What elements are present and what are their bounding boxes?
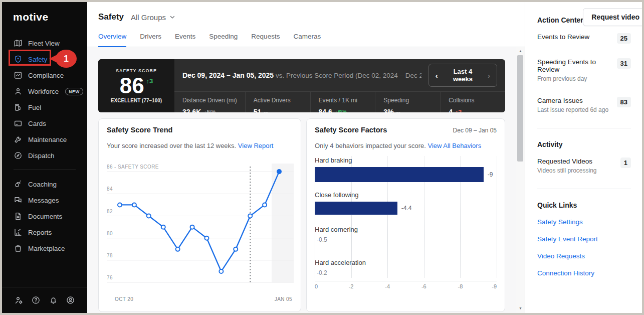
document-icon: [14, 212, 23, 221]
factor-value: -0.2: [315, 269, 497, 277]
nav-divider: [14, 170, 76, 170]
overview-content: SAFETY SCORE 86 ↑3 EXCELLENT (77–100) De…: [87, 47, 516, 313]
help-circle-icon[interactable]: [31, 295, 41, 305]
factors-axis-tick: -9: [492, 283, 497, 289]
compass-icon: [14, 151, 23, 160]
svg-text:OCT 20: OCT 20: [115, 296, 133, 302]
quick-links-list: Safety SettingsSafety Event ReportVideo …: [537, 218, 631, 277]
svg-text:84: 84: [107, 186, 113, 192]
quick-link-video-requests[interactable]: Video Requests: [537, 252, 631, 260]
sidebar-item-label: Reports: [28, 229, 52, 236]
factor-bar-line: -4.4: [315, 202, 497, 215]
quick-link-safety-event-report[interactable]: Safety Event Report: [537, 235, 631, 243]
tab-requests[interactable]: Requests: [251, 33, 280, 48]
sidebar-item-safety[interactable]: Safety1: [2, 51, 87, 67]
sidebar-item-compliance[interactable]: Compliance: [2, 67, 87, 83]
safety-score-delta: ↑3: [146, 77, 153, 85]
sidebar-item-cards[interactable]: Cards: [2, 115, 87, 131]
sidebar-item-documents[interactable]: Documents: [2, 208, 87, 224]
factor-bar: [315, 202, 397, 215]
user-gear-icon[interactable]: [14, 295, 24, 305]
stat-value: 32.6K: [182, 108, 201, 112]
factor-value: -4.4: [401, 205, 412, 212]
tab-events[interactable]: Events: [175, 33, 195, 48]
sidebar-item-label: Coaching: [28, 181, 57, 188]
factors-axis-tick: -6: [421, 283, 426, 289]
sidebar-item-messages[interactable]: Messages: [2, 192, 87, 208]
group-selector[interactable]: All Groups: [131, 13, 175, 22]
tab-speeding[interactable]: Speeding: [209, 33, 238, 48]
sidebar-item-label: Cards: [28, 120, 46, 127]
quick-link-safety-settings[interactable]: Safety Settings: [537, 218, 631, 226]
view-report-link[interactable]: View Report: [238, 142, 274, 149]
sidebar-item-workforce[interactable]: WorkforceNEW: [2, 83, 87, 99]
credit-card-icon: [14, 119, 23, 128]
factors-axis-tick: -8: [458, 283, 463, 289]
sidebar-item-dispatch[interactable]: Dispatch: [2, 147, 87, 164]
sidebar-item-label: Workforce: [28, 88, 59, 95]
factor-label: Hard acceleration: [315, 259, 497, 267]
sidebar-item-reports[interactable]: Reports: [2, 224, 87, 240]
chevron-right-icon[interactable]: ›: [488, 72, 490, 79]
scrollbar-thumb[interactable]: [517, 55, 523, 162]
wrench-icon: [14, 135, 23, 144]
factor-row-close-following: Close following-4.4: [315, 191, 497, 215]
new-tag: NEW: [65, 88, 83, 95]
count-badge: 83: [617, 97, 631, 107]
scroll-up-arrow[interactable]: ▲: [516, 49, 525, 53]
stat-distance-driven-mi: Distance Driven (mi)32.6K↓5%: [174, 92, 245, 112]
sidebar-item-label: Documents: [28, 213, 62, 220]
chart-square-icon: [14, 71, 23, 80]
sidebar-item-coaching[interactable]: Coaching: [2, 176, 87, 192]
panel-item-label: Camera Issues: [537, 97, 608, 104]
map-icon: [14, 39, 23, 48]
svg-text:80: 80: [107, 231, 113, 236]
stat-events-1k-mi: Events / 1K mi84.6↓6%: [310, 92, 375, 112]
banner-stats-row: Distance Driven (mi)32.6K↓5%Active Drive…: [174, 92, 505, 112]
factors-axis-tick: -4: [385, 283, 390, 289]
panel-item-camera-issues[interactable]: Camera IssuesLast issue reported 6d ago8…: [537, 97, 631, 113]
stat-value-line: 32.6K↓5%: [182, 107, 237, 112]
panel-item-events-to-review[interactable]: Events to Review25: [537, 33, 631, 44]
sidebar-item-maintenance[interactable]: Maintenance: [2, 131, 87, 147]
bell-icon[interactable]: [49, 295, 58, 305]
request-video-button[interactable]: Request video: [583, 8, 644, 26]
sidebar-item-label: Maintenance: [28, 136, 67, 143]
view-all-behaviors-link[interactable]: View All Behaviors: [427, 142, 481, 149]
tab-overview[interactable]: Overview: [98, 33, 126, 48]
panel-item-text: Speeding Events to ReviewFrom previous d…: [537, 58, 617, 82]
sidebar-item-fuel[interactable]: Fuel: [2, 99, 87, 115]
safety-score-factors-chart: Hard braking-9Close following-4.4Hard co…: [315, 156, 497, 278]
factors-axis-tick: 0: [315, 283, 318, 289]
sidebar-item-label: Fuel: [28, 104, 41, 111]
sidebar-item-label: Safety: [28, 56, 47, 63]
vertical-scrollbar[interactable]: ▲ ▼: [516, 47, 525, 313]
sidebar-item-fleet-view[interactable]: Fleet View: [2, 35, 87, 51]
scroll-down-arrow[interactable]: ▼: [516, 306, 525, 310]
activity-list: Requested VideosVideos still processing1: [537, 158, 631, 174]
factors-axis-tick: -2: [349, 283, 354, 289]
sidebar-item-label: Messages: [28, 197, 59, 204]
period-nav-button[interactable]: ‹ Last 4 weeks ›: [428, 64, 497, 87]
score-period-current: Dec 09, 2024 – Jan 05, 2025: [182, 71, 274, 79]
stat-delta: --: [396, 109, 400, 112]
safety-score-block: SAFETY SCORE 86 ↑3 EXCELLENT (77–100): [98, 59, 174, 112]
page-header: Safety All Groups OverviewDriversEventsS…: [87, 2, 525, 47]
panel-item-speeding-events-to-review[interactable]: Speeding Events to ReviewFrom previous d…: [537, 58, 631, 82]
svg-text:82: 82: [107, 209, 113, 214]
tab-cameras[interactable]: Cameras: [293, 33, 321, 48]
panel-item-requested-videos[interactable]: Requested VideosVideos still processing1: [537, 158, 631, 174]
sidebar-item-marketplace[interactable]: Marketplace: [2, 240, 87, 256]
score-period-text: Dec 09, 2024 – Jan 05, 2025 vs. Previous…: [182, 71, 421, 79]
tab-drivers[interactable]: Drivers: [140, 33, 161, 48]
motive-logo[interactable]: motive: [2, 2, 87, 23]
count-badge: 1: [620, 158, 631, 168]
stat-delta: --: [264, 109, 268, 112]
factors-card-title: Safety Score Factors: [315, 126, 387, 134]
account-circle-icon[interactable]: [66, 295, 75, 305]
factors-gridline: [497, 156, 497, 278]
primary-nav: Fleet ViewSafety1ComplianceWorkforceNEWF…: [2, 35, 87, 256]
panel-item-label: Events to Review: [537, 33, 589, 41]
quick-link-connection-history[interactable]: Connection History: [537, 269, 631, 277]
chevron-left-icon[interactable]: ‹: [436, 72, 438, 79]
